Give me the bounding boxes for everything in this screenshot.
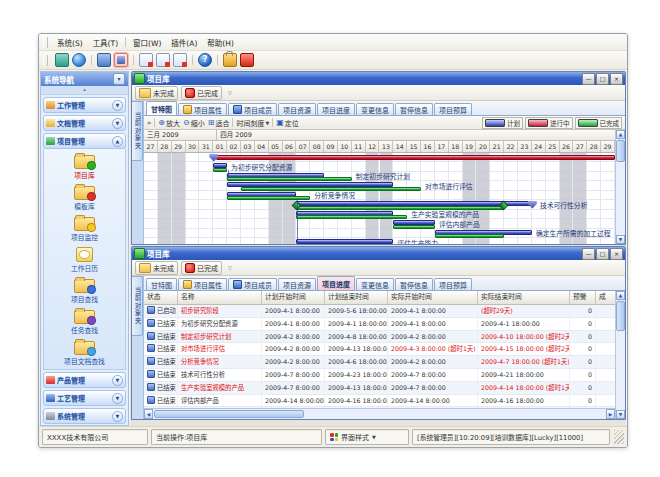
menu-item-2[interactable]: 窗口(W) bbox=[128, 36, 166, 49]
unfinished-button[interactable]: 未完成 bbox=[135, 86, 178, 100]
sidebar-item-1[interactable]: 模板库 bbox=[74, 182, 95, 211]
scrollbar-thumb[interactable] bbox=[154, 410, 304, 418]
table-row-7[interactable]: 已结束评估内部产品2009-4-14 8:00:002009-4-16 18:0… bbox=[144, 395, 615, 408]
tab-7[interactable]: 项目预算 bbox=[434, 278, 472, 290]
table-row-3[interactable]: 已结束对市场进行评估2009-4-2 8:00:002009-4-13 18:0… bbox=[144, 343, 615, 356]
section-chevron-icon[interactable]: ▼ bbox=[112, 375, 123, 386]
scroll-down-arrow[interactable]: ▼ bbox=[616, 410, 625, 419]
sidebar-section-top-0[interactable]: 工作管理▼ bbox=[43, 97, 126, 113]
restore-button[interactable]: □ bbox=[596, 248, 609, 260]
child-title-bar[interactable]: 项目库 — □ × bbox=[132, 247, 625, 260]
unfinished-button[interactable]: 未完成 bbox=[135, 261, 178, 275]
window-icon[interactable] bbox=[55, 53, 69, 67]
sidebar-item-4[interactable]: 项目查找 bbox=[71, 275, 98, 304]
column-header-7[interactable]: 成 bbox=[596, 291, 615, 304]
tab-5[interactable]: 变更信息 bbox=[356, 103, 394, 115]
globe-icon[interactable] bbox=[72, 53, 86, 67]
sidebar-item-0[interactable]: 项目库 bbox=[74, 151, 95, 180]
column-header-0[interactable]: 状态 bbox=[144, 291, 178, 304]
toolbar-more-button[interactable]: ▽ bbox=[225, 90, 235, 96]
current-object-tab[interactable]: 当前对象夹 bbox=[132, 276, 143, 336]
child-title-bar[interactable]: 项目库 — □ × bbox=[132, 72, 625, 85]
close-button[interactable]: × bbox=[610, 73, 623, 85]
folder-icon[interactable] bbox=[97, 53, 111, 67]
gantt-summary-bar[interactable] bbox=[216, 155, 615, 160]
exit-icon[interactable] bbox=[240, 53, 254, 67]
zoom-out-button[interactable]: ⊖缩小 bbox=[183, 118, 205, 128]
tab-6[interactable]: 暂停信息 bbox=[395, 278, 433, 290]
sidebar-section-bottom-0[interactable]: 产品管理▼ bbox=[43, 372, 126, 388]
section-chevron-icon[interactable]: ▼ bbox=[112, 393, 123, 404]
menu-item-1[interactable]: 工具(T) bbox=[88, 36, 123, 49]
more-chevrons-button[interactable]: » bbox=[147, 119, 151, 127]
tab-3[interactable]: 项目资源 bbox=[278, 103, 316, 115]
tab-4[interactable]: 项目进度 bbox=[317, 103, 355, 115]
gantt-bar-actual[interactable] bbox=[241, 187, 421, 191]
menu-item-0[interactable]: 系统(S) bbox=[52, 36, 88, 49]
table-row-2[interactable]: 已结束制定初步研究计划2009-4-2 8:00:002009-4-8 18:0… bbox=[144, 331, 615, 344]
scroll-up-arrow[interactable]: ▲ bbox=[616, 291, 625, 300]
help-icon[interactable] bbox=[198, 53, 212, 67]
tab-0[interactable]: 甘特图 bbox=[146, 278, 177, 290]
gantt-bar-actual[interactable] bbox=[213, 168, 227, 172]
tab-1[interactable]: 项目属性 bbox=[178, 278, 227, 290]
fit-button[interactable]: ⊞适合 bbox=[208, 118, 230, 128]
table-row-6[interactable]: 已结束生产实验室规模的产品2009-4-7 8:00:002009-4-13 1… bbox=[144, 382, 615, 395]
locate-button[interactable]: ▣定位 bbox=[276, 118, 299, 128]
menu-grip[interactable] bbox=[43, 37, 48, 48]
finished-button[interactable]: 已完成 bbox=[181, 86, 222, 100]
column-header-1[interactable]: 名称 bbox=[178, 291, 262, 304]
toolbar-grip[interactable] bbox=[43, 55, 48, 66]
tab-7[interactable]: 项目预算 bbox=[434, 103, 472, 115]
sidebar-item-6[interactable]: 项目文档查找 bbox=[64, 337, 105, 366]
tab-2[interactable]: 项目成员 bbox=[228, 103, 277, 115]
sidebar-item-3[interactable]: 工作日历 bbox=[71, 244, 98, 273]
table-row-1[interactable]: 已结束为初步研究分配资源2009-4-1 8:00:002009-4-1 18:… bbox=[144, 318, 615, 331]
tab-2[interactable]: 项目成员 bbox=[228, 278, 277, 290]
sidebar-section-bottom-2[interactable]: 系统管理▼ bbox=[43, 408, 126, 424]
scroll-down-arrow[interactable]: ▼ bbox=[616, 235, 625, 244]
finished-button[interactable]: 已完成 bbox=[181, 261, 222, 275]
tab-0[interactable]: 甘特图 bbox=[146, 101, 177, 115]
scrollbar-thumb[interactable] bbox=[616, 140, 625, 162]
close-button[interactable]: × bbox=[610, 248, 623, 260]
sidebar-section-top-2[interactable]: 项目管理▲ bbox=[43, 133, 126, 149]
table-vertical-scrollbar[interactable]: ▲ ▼ bbox=[615, 291, 625, 419]
doc-del-icon[interactable] bbox=[173, 53, 187, 67]
save-icon[interactable] bbox=[114, 53, 128, 67]
current-object-tab[interactable]: 当前对象夹 bbox=[132, 101, 143, 161]
scrollbar-track[interactable] bbox=[616, 332, 625, 410]
resize-grip[interactable] bbox=[614, 430, 624, 444]
menu-item-4[interactable]: 帮助(H) bbox=[202, 36, 239, 49]
restore-button[interactable]: □ bbox=[596, 73, 609, 85]
section-chevron-icon[interactable]: ▼ bbox=[112, 411, 123, 422]
scroll-left-arrow[interactable]: ◀ bbox=[144, 409, 153, 419]
scroll-right-arrow[interactable]: ▶ bbox=[606, 409, 615, 419]
doc-new-icon[interactable] bbox=[139, 53, 153, 67]
tab-4[interactable]: 项目进度 bbox=[317, 276, 355, 290]
column-header-2[interactable]: 计划开始时间 bbox=[262, 291, 325, 304]
sidebar-section-bottom-1[interactable]: 工艺管理▼ bbox=[43, 390, 126, 406]
gantt-bar-actual[interactable] bbox=[393, 225, 435, 229]
table-row-5[interactable]: 已结束技术可行性分析2009-4-7 8:00:002009-4-23 18:0… bbox=[144, 369, 615, 382]
scrollbar-thumb[interactable] bbox=[616, 301, 625, 331]
menu-item-3[interactable]: 插件(A) bbox=[166, 36, 202, 49]
sidebar-scroll-up-strip[interactable]: ▴ bbox=[41, 86, 128, 95]
column-header-5[interactable]: 实际结束时间 bbox=[478, 291, 570, 304]
gantt-bar-actual[interactable] bbox=[227, 177, 352, 181]
table-row-0[interactable]: 已启动初步研究阶段2009-4-1 8:00:002009-5-6 18:00:… bbox=[144, 305, 615, 318]
sidebar-collapse-button[interactable]: ▾ bbox=[113, 73, 125, 85]
tab-5[interactable]: 变更信息 bbox=[356, 278, 394, 290]
sidebar-section-top-1[interactable]: 文档管理▼ bbox=[43, 115, 126, 131]
time-scale-dropdown[interactable]: 时间刻度▼ bbox=[236, 118, 269, 128]
ui-style-dropdown[interactable]: 界面样式 ▼ bbox=[325, 429, 409, 445]
table-horizontal-scrollbar[interactable]: ◀ ▶ bbox=[144, 408, 615, 419]
scroll-up-arrow[interactable]: ▲ bbox=[616, 130, 625, 139]
section-chevron-icon[interactable]: ▼ bbox=[112, 100, 123, 111]
section-chevron-icon[interactable]: ▼ bbox=[112, 118, 123, 129]
minimize-button[interactable]: — bbox=[582, 248, 595, 260]
gantt-bar-actual[interactable] bbox=[296, 215, 407, 219]
column-header-6[interactable]: 预警 bbox=[570, 291, 596, 304]
tab-1[interactable]: 项目属性 bbox=[178, 103, 227, 115]
zoom-in-button[interactable]: ⊕放大 bbox=[158, 118, 180, 128]
